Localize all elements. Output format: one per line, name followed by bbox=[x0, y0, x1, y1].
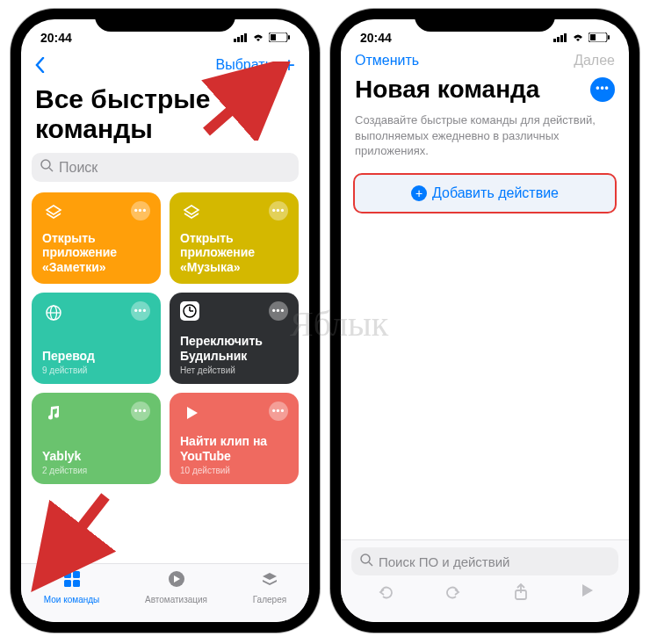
description-text: Создавайте быстрые команды для действий,… bbox=[341, 112, 629, 173]
svg-point-7 bbox=[41, 160, 50, 169]
shortcut-card[interactable]: ••• Открыть приложение «Музыка» bbox=[170, 192, 299, 284]
svg-rect-23 bbox=[564, 33, 567, 42]
shortcut-card[interactable]: ••• Переключить БудильникНет действий bbox=[170, 293, 299, 384]
search-actions-input[interactable]: Поиск ПО и действий bbox=[351, 547, 618, 575]
shortcut-card[interactable]: ••• Yablyk2 действия bbox=[32, 393, 161, 484]
wifi-icon bbox=[251, 31, 265, 45]
annotation-arrow bbox=[26, 488, 123, 593]
shortcut-card[interactable]: ••• Открыть приложение «Заметки» bbox=[32, 192, 161, 284]
music-note-icon bbox=[42, 402, 65, 424]
globe-icon bbox=[42, 301, 65, 324]
battery-icon bbox=[269, 31, 290, 45]
search-icon bbox=[40, 159, 54, 176]
svg-rect-26 bbox=[608, 35, 610, 40]
cancel-button[interactable]: Отменить bbox=[355, 53, 419, 69]
svg-rect-25 bbox=[590, 34, 596, 40]
svg-rect-0 bbox=[234, 39, 236, 42]
svg-rect-20 bbox=[553, 39, 556, 42]
search-input[interactable]: Поиск bbox=[32, 153, 299, 182]
automation-icon bbox=[167, 569, 186, 593]
svg-rect-1 bbox=[237, 37, 240, 42]
gallery-icon bbox=[260, 569, 279, 593]
status-time: 20:44 bbox=[360, 31, 392, 45]
card-more-icon[interactable]: ••• bbox=[269, 301, 288, 321]
annotation-arrow bbox=[198, 62, 294, 141]
tab-gallery[interactable]: Галерея bbox=[253, 569, 286, 604]
svg-line-8 bbox=[49, 168, 53, 171]
play-icon[interactable] bbox=[579, 582, 595, 606]
status-time: 20:44 bbox=[40, 31, 72, 45]
svg-rect-6 bbox=[288, 35, 290, 40]
back-button[interactable] bbox=[35, 57, 45, 73]
layers-icon bbox=[42, 201, 65, 224]
notch bbox=[95, 9, 235, 32]
card-more-icon[interactable]: ••• bbox=[131, 301, 150, 321]
card-more-icon[interactable]: ••• bbox=[269, 402, 288, 421]
next-button[interactable]: Далее bbox=[574, 53, 615, 69]
svg-line-31 bbox=[206, 70, 277, 132]
plus-circle-icon: + bbox=[411, 185, 427, 201]
svg-rect-3 bbox=[244, 33, 247, 42]
svg-rect-2 bbox=[241, 35, 243, 42]
svg-rect-21 bbox=[557, 37, 560, 42]
search-icon bbox=[360, 554, 373, 569]
search-placeholder: Поиск ПО и действий bbox=[379, 554, 509, 569]
signal-icon bbox=[553, 31, 567, 45]
layers-icon bbox=[180, 201, 203, 224]
svg-line-28 bbox=[369, 562, 372, 566]
svg-point-27 bbox=[361, 554, 370, 563]
phone-right: 20:44 Отменить Далее Новая команда ••• С… bbox=[330, 9, 639, 633]
search-placeholder: Поиск bbox=[59, 160, 98, 176]
card-more-icon[interactable]: ••• bbox=[131, 402, 150, 421]
notch bbox=[415, 9, 555, 32]
add-action-button[interactable]: + Добавить действие bbox=[353, 173, 617, 213]
card-more-icon[interactable]: ••• bbox=[269, 201, 288, 221]
page-title: Новая команда bbox=[355, 76, 539, 104]
redo-icon[interactable] bbox=[444, 582, 463, 606]
svg-rect-5 bbox=[271, 34, 276, 40]
svg-line-32 bbox=[44, 496, 105, 575]
svg-rect-22 bbox=[560, 35, 563, 42]
battery-icon bbox=[589, 31, 610, 45]
tab-automation[interactable]: Автоматизация bbox=[145, 569, 207, 604]
play-icon bbox=[180, 402, 203, 424]
share-icon[interactable] bbox=[511, 582, 531, 606]
undo-icon[interactable] bbox=[376, 582, 395, 606]
wifi-icon bbox=[571, 31, 585, 45]
nav-bar: Отменить Далее bbox=[341, 49, 629, 74]
shortcut-card[interactable]: ••• Перевод9 действий bbox=[32, 293, 161, 384]
clock-icon bbox=[180, 301, 199, 321]
card-more-icon[interactable]: ••• bbox=[131, 201, 150, 221]
more-options-button[interactable]: ••• bbox=[590, 77, 615, 102]
shortcut-card[interactable]: ••• Найти клип на YouTube10 действий bbox=[170, 393, 299, 484]
signal-icon bbox=[234, 31, 248, 45]
